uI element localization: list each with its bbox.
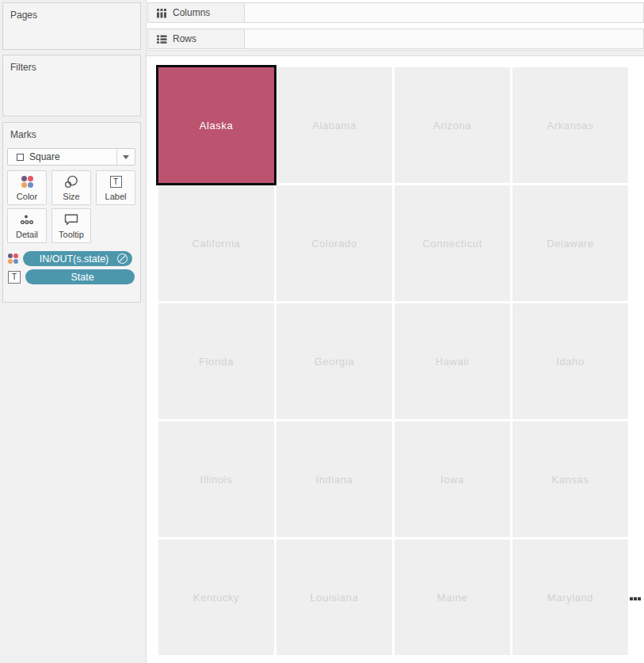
detail-dots-icon (8, 209, 46, 230)
state-tile-arizona[interactable]: Arizona (394, 67, 510, 183)
state-tile-kansas[interactable]: Kansas (513, 421, 628, 537)
rows-shelf-label: Rows (173, 33, 196, 44)
rows-shelf-label-area: Rows (148, 29, 245, 48)
rows-shelf[interactable]: Rows (147, 29, 644, 49)
mark-type-caret-button[interactable] (116, 149, 135, 165)
rows-icon (156, 34, 167, 44)
state-tile-label: Louisiana (310, 592, 358, 604)
state-tile-alaska[interactable]: Alaska (158, 67, 274, 183)
state-tile-label: Florida (199, 356, 234, 368)
sidebar: Pages Filters Marks Square Color (0, 0, 147, 663)
square-mark-icon (17, 154, 24, 161)
state-tile-label: Maryland (547, 592, 593, 604)
state-tile-label: Iowa (440, 474, 464, 486)
state-tile-label: Arizona (433, 120, 471, 131)
state-tile-label: Connecticut (422, 238, 482, 250)
pill-label: State (35, 272, 130, 283)
size-button[interactable]: Size (51, 170, 91, 205)
mark-type-dropdown[interactable]: Square (7, 148, 135, 166)
state-tile-label: Kansas (552, 474, 589, 486)
pill-state[interactable]: State (25, 269, 135, 284)
text-label-icon: T (8, 271, 21, 284)
color-dots-icon (8, 253, 18, 264)
filters-shelf-title: Filters (3, 55, 140, 73)
label-button[interactable]: T Label (96, 170, 135, 205)
size-circles-icon (52, 171, 90, 192)
state-tile-louisiana[interactable]: Louisiana (276, 539, 392, 655)
pill-in-out-s-state[interactable]: IN/OUT(s.state) (23, 251, 132, 266)
state-tile-colorado[interactable]: Colorado (276, 185, 392, 301)
label-button-label: Label (105, 192, 127, 202)
pages-shelf[interactable]: Pages (2, 2, 141, 50)
state-tile-label: Arkansas (547, 120, 594, 131)
state-tile-label: Delaware (547, 238, 594, 250)
state-tile-label: Georgia (314, 356, 354, 368)
state-tile-maine[interactable]: Maine (394, 539, 510, 655)
state-tile-label: California (192, 238, 241, 250)
marks-card-title: Marks (3, 123, 140, 140)
tooltip-button-label: Tooltip (59, 230, 84, 240)
state-tile-label: Alaska (200, 120, 234, 131)
column-header-strip (147, 50, 644, 56)
color-legend-icon[interactable] (117, 253, 128, 264)
state-tile-label: Illinois (200, 474, 233, 486)
pill-row-color: IN/OUT(s.state) (8, 251, 132, 266)
columns-icon (156, 8, 167, 18)
tooltip-bubble-icon (52, 209, 90, 230)
detail-button-label: Detail (16, 230, 38, 240)
pages-shelf-title: Pages (3, 3, 140, 21)
tableau-workspace: Pages Filters Marks Square Color (0, 0, 644, 663)
state-tile-hawaii[interactable]: Hawaii (394, 303, 510, 419)
state-tile-label: Idaho (556, 356, 585, 368)
pill-row-label: T State (8, 269, 135, 284)
state-tile-delaware[interactable]: Delaware (513, 185, 628, 301)
marks-card: Marks Square Color (2, 122, 141, 303)
pill-label: IN/OUT(s.state) (32, 253, 116, 265)
state-tile-alabama[interactable]: Alabama (276, 67, 392, 183)
state-tile-label: Indiana (316, 474, 353, 486)
state-tile-grid: AlaskaAlabamaArizonaArkansasCaliforniaCo… (158, 67, 628, 655)
state-tile-california[interactable]: California (158, 185, 274, 301)
state-tile-label: Alabama (312, 120, 356, 131)
columns-shelf-label: Columns (173, 7, 210, 18)
state-tile-iowa[interactable]: Iowa (394, 421, 510, 537)
rows-drop-area[interactable] (245, 29, 643, 48)
state-tile-label: Maine (437, 592, 467, 604)
state-tile-arkansas[interactable]: Arkansas (513, 67, 628, 183)
columns-shelf[interactable]: Columns (147, 2, 644, 23)
state-tile-indiana[interactable]: Indiana (276, 421, 392, 537)
state-tile-maryland[interactable]: Maryland (513, 539, 628, 655)
columns-drop-area[interactable] (245, 3, 643, 22)
detail-button[interactable]: Detail (7, 208, 47, 243)
state-tile-connecticut[interactable]: Connecticut (394, 185, 510, 301)
state-tile-idaho[interactable]: Idaho (513, 303, 628, 419)
text-label-icon: T (97, 171, 135, 192)
chevron-down-icon (123, 155, 129, 159)
columns-shelf-label-area: Columns (148, 3, 245, 22)
filters-shelf[interactable]: Filters (2, 55, 141, 116)
color-button[interactable]: Color (7, 170, 47, 205)
state-tile-illinois[interactable]: Illinois (158, 421, 274, 537)
size-button-label: Size (63, 192, 79, 202)
grid-overflow-ellipsis-icon[interactable] (630, 597, 641, 600)
mark-type-value: Square (29, 151, 116, 162)
tooltip-button[interactable]: Tooltip (51, 208, 91, 243)
state-tile-kentucky[interactable]: Kentucky (158, 539, 274, 655)
color-button-label: Color (17, 192, 37, 202)
state-tile-label: Colorado (311, 238, 357, 250)
state-tile-label: Kentucky (193, 592, 239, 604)
state-tile-label: Hawaii (436, 356, 470, 368)
color-dots-icon (8, 171, 46, 192)
state-tile-florida[interactable]: Florida (158, 303, 274, 419)
state-tile-georgia[interactable]: Georgia (276, 303, 392, 419)
